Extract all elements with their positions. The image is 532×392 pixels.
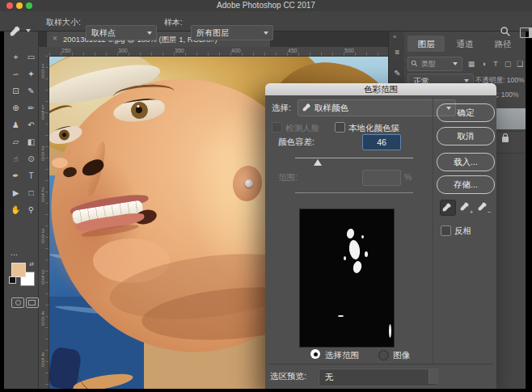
invert-label: 反相 xyxy=(454,226,471,237)
dialog-titlebar[interactable]: 色彩范围 xyxy=(265,83,496,95)
sample-layers-select[interactable]: 所有图层 xyxy=(191,25,273,40)
range-label: 范围: xyxy=(278,172,298,183)
filter-shape-layers-icon[interactable]: ▢ xyxy=(502,58,513,70)
tab-layers[interactable]: 图层 xyxy=(407,36,445,52)
filter-type-layers-icon[interactable]: T xyxy=(490,58,501,70)
selection-radio[interactable] xyxy=(310,349,320,359)
screen-mode-button[interactable] xyxy=(26,297,39,308)
ruler-label: 200 xyxy=(40,146,46,162)
invert-checkbox[interactable] xyxy=(441,226,451,236)
range-slider-track xyxy=(295,192,413,193)
options-bar: 取样大小: 取样点 样本: 所有图层 xyxy=(0,11,532,32)
sample-layers-value: 所有图层 xyxy=(196,27,229,39)
ruler-label: 350 xyxy=(175,48,184,53)
ruler-label: 150 xyxy=(40,105,46,121)
color-range-dialog: 色彩范围 选择: 取样颜色 检测人脸 本地化颜色簇 颜色容差: 46 范围: % xyxy=(265,83,496,392)
image-radio[interactable] xyxy=(378,350,389,360)
quick-selection-tool[interactable]: ✦ xyxy=(24,67,38,81)
filter-adjustment-layers-icon[interactable]: ◑ xyxy=(478,58,489,70)
preview-mask-blob xyxy=(338,315,344,317)
image-radio-label: 图像 xyxy=(393,350,410,361)
tools-panel: ⌖▭∽✦⊡✎⊕✏♟↶▱◧☝⊙✒T▶□✋⚲ ⋯ ⇄ xyxy=(4,31,39,389)
default-colors-icon[interactable] xyxy=(9,276,16,284)
ruler-label: 250 xyxy=(61,48,71,53)
foreground-color-swatch[interactable] xyxy=(11,263,26,277)
zoom-tool[interactable]: ⚲ xyxy=(24,203,38,217)
gradient-tool[interactable]: ◧ xyxy=(24,135,38,149)
type-tool[interactable]: T xyxy=(24,169,38,183)
save-button[interactable]: 存储... xyxy=(437,175,495,194)
ok-button[interactable]: 确定 xyxy=(437,103,495,122)
sample-label: 样本: xyxy=(164,17,183,28)
move-tool[interactable]: ⌖ xyxy=(9,50,23,64)
marquee-tool[interactable]: ▭ xyxy=(24,50,38,64)
app-title: Adobe Photoshop CC 2017 xyxy=(0,1,532,10)
chevron-down-icon xyxy=(264,32,268,35)
brush-tool[interactable]: ✏ xyxy=(24,101,38,115)
dodge-tool[interactable]: ⊙ xyxy=(24,152,38,166)
fuzziness-slider-track[interactable] xyxy=(295,158,413,158)
preview-mask-blob xyxy=(344,256,346,260)
eyedropper-tool-preset[interactable] xyxy=(10,25,23,38)
edit-toolbar-ellipsis[interactable]: ⋯ xyxy=(11,251,18,259)
ruler-label: 300 xyxy=(118,48,128,53)
crop-tool[interactable]: ⊡ xyxy=(9,84,23,98)
adjustments-panel-icon[interactable]: ≡ xyxy=(392,47,403,57)
cancel-button[interactable]: 取消 xyxy=(437,127,495,145)
path-selection-tool[interactable]: ▶ xyxy=(9,186,23,200)
history-brush-tool[interactable]: ↶ xyxy=(24,118,38,132)
collapse-panels-icon[interactable]: « xyxy=(393,33,396,40)
screen-frame xyxy=(0,31,4,392)
eyedropper-tool[interactable]: ✎ xyxy=(24,84,38,98)
fuzziness-input[interactable]: 46 xyxy=(362,134,401,150)
healing-brush-tool[interactable]: ⊕ xyxy=(9,101,23,115)
chevron-down-icon xyxy=(464,79,469,82)
pen-tool[interactable]: ✒ xyxy=(9,169,23,183)
swap-colors-icon[interactable]: ⇄ xyxy=(29,261,34,268)
ruler-label: 400 xyxy=(40,311,46,327)
search-icon[interactable] xyxy=(500,26,513,39)
workspace-icon[interactable] xyxy=(520,27,532,38)
horizontal-ruler: 250300350400450500 xyxy=(38,47,388,57)
fuzziness-slider-thumb[interactable] xyxy=(314,159,322,166)
tab-channels[interactable]: 通道 xyxy=(446,36,483,52)
load-button[interactable]: 载入... xyxy=(437,153,495,171)
filter-pixel-layers-icon[interactable]: ▦ xyxy=(466,58,477,70)
dialog-body: 选择: 取样颜色 检测人脸 本地化颜色簇 颜色容差: 46 范围: % xyxy=(265,95,496,392)
close-tab-icon[interactable]: × xyxy=(53,34,57,43)
localized-clusters-checkbox[interactable] xyxy=(335,122,345,133)
fill-value: 100% xyxy=(501,91,519,99)
lock-icon xyxy=(502,137,509,142)
eraser-tool[interactable]: ▱ xyxy=(9,135,23,149)
ruler-label: 300 xyxy=(40,229,46,245)
eyedropper-add-button[interactable]: + xyxy=(458,200,473,214)
range-unit: % xyxy=(404,172,412,182)
shape-tool[interactable]: □ xyxy=(24,186,38,200)
preview-mask-blob xyxy=(365,251,368,257)
preview-mask-blob xyxy=(346,228,355,238)
lasso-tool[interactable]: ∽ xyxy=(9,67,23,81)
eyedropper-sample-button[interactable] xyxy=(440,200,456,216)
brushes-panel-icon[interactable]: ✎ xyxy=(392,68,403,78)
dialog-divider xyxy=(433,97,433,364)
ruler-label: 450 xyxy=(288,48,298,53)
eyedropper-subtract-button[interactable]: − xyxy=(476,200,491,214)
ruler-label: 500 xyxy=(344,48,354,53)
sample-size-select[interactable]: 取样点 xyxy=(86,25,157,40)
filter-smart-objects-icon[interactable]: ❑ xyxy=(514,58,526,70)
hand-tool[interactable]: ✋ xyxy=(9,203,23,217)
quick-mask-mode-button[interactable] xyxy=(11,297,24,308)
ruler-label: 250 xyxy=(40,188,46,204)
layer-filter-select[interactable]: 类型 xyxy=(407,57,462,71)
selection-preview-select[interactable]: 无 xyxy=(319,369,438,386)
tool-preset-chevron-icon[interactable] xyxy=(26,29,31,32)
sample-size-label: 取样大小: xyxy=(46,17,81,28)
selection-preview-value: 无 xyxy=(325,372,334,383)
selection-mask-preview xyxy=(299,209,395,348)
smudge-tool[interactable]: ☝ xyxy=(9,152,23,166)
ruler-label: 350 xyxy=(40,270,46,286)
screen-frame xyxy=(526,31,532,392)
chevron-down-icon xyxy=(453,62,458,65)
select-stepper-icon xyxy=(429,369,437,384)
clone-stamp-tool[interactable]: ♟ xyxy=(9,118,23,132)
